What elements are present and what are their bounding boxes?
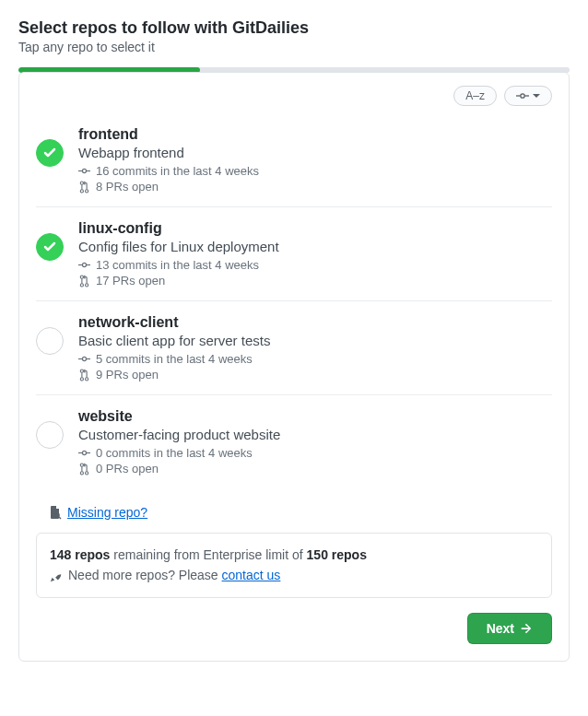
arrow-right-icon xyxy=(520,622,533,635)
svg-point-14 xyxy=(80,283,83,286)
missing-repo-link[interactable]: Missing repo? xyxy=(67,505,147,520)
repo-commits-meta: 13 commits in the last 4 weeks xyxy=(78,258,552,272)
repo-prs-meta: 17 PRs open xyxy=(78,274,552,288)
repo-commits-text: 5 commits in the last 4 weeks xyxy=(96,352,253,366)
repo-name: website xyxy=(78,408,552,425)
svg-point-10 xyxy=(82,263,86,266)
repo-body: network-clientBasic client app for serve… xyxy=(78,314,552,381)
svg-point-17 xyxy=(82,357,86,360)
limit-line2-prefix: Need more repos? Please xyxy=(68,568,222,582)
repo-body: linux-configConfig files for Linux deplo… xyxy=(78,220,552,288)
repo-description: Customer-facing product website xyxy=(78,427,552,442)
commit-icon xyxy=(516,89,529,102)
repo-item[interactable]: linux-configConfig files for Linux deplo… xyxy=(36,207,552,301)
repo-checkbox[interactable] xyxy=(36,233,64,261)
svg-point-7 xyxy=(80,189,83,192)
limit-line-2: Need more repos? Please contact us xyxy=(50,565,538,585)
commit-icon xyxy=(78,353,90,365)
pull-request-icon xyxy=(78,181,90,194)
next-button[interactable]: Next xyxy=(467,613,552,644)
svg-point-21 xyxy=(80,377,83,380)
repo-description: Basic client app for server tests xyxy=(78,333,552,348)
svg-point-15 xyxy=(86,283,88,286)
repo-description: Config files for Linux deployment xyxy=(78,239,552,254)
repo-name: frontend xyxy=(78,126,552,143)
file-search-icon xyxy=(49,505,62,520)
repo-commits-text: 13 commits in the last 4 weeks xyxy=(96,258,259,272)
repo-item[interactable]: websiteCustomer-facing product website0 … xyxy=(36,395,552,488)
svg-line-32 xyxy=(59,517,61,519)
svg-point-22 xyxy=(86,377,88,380)
sort-label: A–z xyxy=(465,89,485,102)
repo-prs-meta: 0 PRs open xyxy=(78,462,552,475)
repo-name: network-client xyxy=(78,314,552,331)
limit-line-1: 148 repos remaining from Enterprise limi… xyxy=(50,545,538,565)
repo-prs-text: 17 PRs open xyxy=(96,274,165,288)
repo-item[interactable]: network-clientBasic client app for serve… xyxy=(36,301,552,395)
missing-repo-row: Missing repo? xyxy=(36,505,552,520)
repo-checkbox[interactable] xyxy=(36,327,64,355)
repo-body: websiteCustomer-facing product website0 … xyxy=(78,408,552,475)
page-title: Select repos to follow with GitDailies xyxy=(18,18,570,38)
svg-point-29 xyxy=(86,471,88,474)
page-subtitle: Tap any repo to select it xyxy=(18,40,570,54)
repo-commits-meta: 0 commits in the last 4 weeks xyxy=(78,446,552,460)
repo-name: linux-config xyxy=(78,220,552,237)
repo-commits-meta: 5 commits in the last 4 weeks xyxy=(78,352,552,366)
svg-point-8 xyxy=(86,189,88,192)
svg-point-0 xyxy=(521,94,524,98)
rocket-icon xyxy=(50,569,63,582)
svg-point-3 xyxy=(82,169,86,172)
pull-request-icon xyxy=(78,369,90,381)
repo-description: Webapp frontend xyxy=(78,145,552,160)
filter-button[interactable] xyxy=(504,86,552,106)
limit-total: 150 repos xyxy=(307,547,367,562)
contact-us-link[interactable]: contact us xyxy=(222,568,281,582)
repo-commits-text: 0 commits in the last 4 weeks xyxy=(96,446,253,460)
limit-middle: remaining from Enterprise limit of xyxy=(110,547,306,562)
chevron-down-icon xyxy=(533,92,540,100)
repo-commits-text: 16 commits in the last 4 weeks xyxy=(96,164,259,178)
repo-prs-meta: 8 PRs open xyxy=(78,180,552,194)
next-label: Next xyxy=(487,621,514,636)
repo-list: frontendWebapp frontend16 commits in the… xyxy=(36,113,552,488)
repo-item[interactable]: frontendWebapp frontend16 commits in the… xyxy=(36,113,552,207)
repo-checkbox[interactable] xyxy=(36,421,64,449)
limit-remaining: 148 repos xyxy=(50,547,110,562)
commit-icon xyxy=(78,165,90,177)
repo-body: frontendWebapp frontend16 commits in the… xyxy=(78,126,552,194)
svg-point-28 xyxy=(80,471,83,474)
commit-icon xyxy=(78,447,90,459)
sort-alpha-button[interactable]: A–z xyxy=(453,86,497,106)
repo-prs-meta: 9 PRs open xyxy=(78,368,552,381)
pull-request-icon xyxy=(78,463,90,475)
repo-prs-text: 8 PRs open xyxy=(96,180,159,194)
svg-point-24 xyxy=(82,451,86,454)
pull-request-icon xyxy=(78,275,90,288)
repo-checkbox[interactable] xyxy=(36,139,64,167)
toolbar: A–z xyxy=(36,86,552,106)
limit-info-box: 148 repos remaining from Enterprise limi… xyxy=(36,533,552,598)
repo-commits-meta: 16 commits in the last 4 weeks xyxy=(78,164,552,178)
card-footer: Next xyxy=(36,613,552,644)
repo-selection-card: A–z frontendWebapp frontend16 commits in… xyxy=(18,72,570,662)
repo-prs-text: 0 PRs open xyxy=(96,462,159,475)
commit-icon xyxy=(78,259,90,271)
repo-prs-text: 9 PRs open xyxy=(96,368,159,381)
